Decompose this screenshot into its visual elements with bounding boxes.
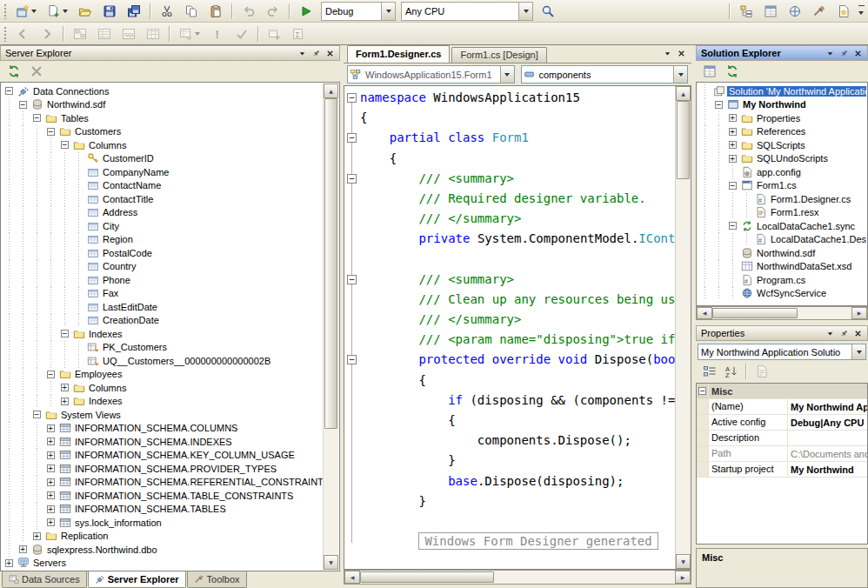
auto-hide-pin-button[interactable] (838, 47, 851, 59)
add-group-by-button[interactable]: Σ (288, 23, 310, 44)
tree-item-postalcode[interactable]: PostalCode (2, 246, 324, 260)
members-combo[interactable]: components (521, 65, 689, 84)
navigate-forward-button[interactable] (36, 23, 58, 44)
scroll-up-button[interactable]: ▲ (676, 86, 691, 101)
tree-item-pk-customers[interactable]: PK_Customers (2, 341, 324, 355)
editor-vertical-scrollbar[interactable]: ▲ ▼ (675, 86, 691, 569)
expand-box-icon[interactable]: + (725, 141, 739, 149)
outline-collapse-box-icon[interactable]: − (347, 174, 357, 184)
toolbox-button[interactable] (808, 1, 831, 22)
auto-hide-pin-button[interactable] (838, 327, 851, 339)
tree-item-information-schema-tables[interactable]: +INFORMATION_SCHEMA.TABLES (2, 503, 324, 517)
tree-item-region[interactable]: Region (2, 233, 324, 247)
scroll-left-button[interactable]: ◀ (344, 571, 360, 584)
collapse-box-icon[interactable]: − (57, 330, 71, 337)
scroll-left-button[interactable]: ◀ (697, 307, 712, 319)
tree-item-system-views[interactable]: −System Views (2, 408, 324, 422)
collapse-box-icon[interactable]: − (43, 371, 57, 378)
show-results-pane-button[interactable] (142, 23, 164, 44)
document-tab-form1-cs-design[interactable]: Form1.cs [Design] (451, 47, 546, 63)
collapse-box-icon[interactable]: − (16, 101, 30, 109)
tree-item-tables[interactable]: −Tables (2, 111, 324, 125)
combo-dropdown-button[interactable] (851, 344, 865, 359)
close-button[interactable] (324, 47, 337, 59)
tree-item-customerid[interactable]: CustomerID (2, 152, 324, 166)
alphabetical-button[interactable]: AZ (721, 363, 741, 381)
tree-item-app-config[interactable]: app.config (698, 165, 866, 179)
find-in-files-button[interactable] (537, 1, 559, 22)
scroll-down-button[interactable]: ▼ (324, 555, 338, 570)
toolbar-overflow-button[interactable] (856, 2, 866, 21)
tree-item-employees[interactable]: −Employees (2, 368, 324, 382)
tree-item-data-connections[interactable]: −Data Connections (2, 84, 324, 98)
add-item-button[interactable] (43, 1, 72, 22)
scroll-thumb[interactable] (324, 98, 337, 429)
collapse-box-icon[interactable]: − (57, 141, 71, 149)
copy-button[interactable] (180, 1, 203, 22)
scroll-down-button[interactable]: ▼ (676, 554, 691, 569)
toolbar-grip[interactable] (3, 3, 7, 19)
types-combo[interactable]: WindowsApplication15.Form1 (347, 65, 515, 84)
tree-item-servers[interactable]: +Servers (2, 557, 324, 571)
scroll-track[interactable] (712, 307, 851, 319)
collapse-box-icon[interactable]: − (30, 114, 43, 122)
new-project-button[interactable] (11, 1, 41, 22)
tree-item-address[interactable]: Address (2, 206, 324, 220)
tree-item-my-northwind[interactable]: −My Northwind (698, 98, 866, 112)
tab-server-explorer[interactable]: Server Explorer (88, 571, 186, 588)
show-sql-pane-button[interactable]: SQL (117, 23, 140, 44)
solution-explorer-horizontal-scrollbar[interactable]: ◀ ▶ (696, 306, 868, 320)
tree-item-columns[interactable]: −Columns (2, 138, 324, 152)
tree-item-information-schema-indexes[interactable]: +INFORMATION_SCHEMA.INDEXES (2, 435, 324, 449)
refresh-button[interactable] (722, 62, 743, 81)
tree-item-program-cs[interactable]: #Program.cs (698, 273, 866, 287)
tree-item-columns[interactable]: +Columns (2, 381, 324, 395)
tree-item-information-schema-key-column-usage[interactable]: +INFORMATION_SCHEMA.KEY_COLUMN_USAGE (2, 449, 324, 463)
tree-item-sqlscripts[interactable]: +SQLScripts (698, 138, 866, 152)
tree-item-companyname[interactable]: CompanyName (2, 165, 324, 179)
property-value[interactable]: My Northwind Application (788, 400, 867, 414)
tree-item-northwind-sdf[interactable]: Northwind.sdf (698, 246, 866, 260)
show-criteria-pane-button[interactable] (93, 23, 116, 44)
code-editor[interactable]: −namespace WindowsApplication15{− partia… (344, 85, 691, 570)
collapse-box-icon[interactable]: − (725, 182, 739, 190)
tab-data-sources[interactable]: Data Sources (2, 571, 87, 588)
scroll-thumb[interactable] (712, 308, 798, 318)
properties-object-combo[interactable]: My Northwind Application Solutio (698, 344, 866, 360)
redo-button[interactable] (262, 1, 284, 22)
collapse-box-icon[interactable]: − (725, 222, 739, 230)
tree-item-localdatacache1-designer-cs[interactable]: #LocalDataCache1.Designer.cs (698, 233, 866, 247)
change-query-type-button[interactable] (175, 23, 204, 44)
scroll-track[interactable] (324, 98, 338, 555)
paste-button[interactable] (204, 1, 227, 22)
tree-item-information-schema-table-constraints[interactable]: +INFORMATION_SCHEMA.TABLE_CONSTRAINTS (2, 489, 324, 503)
execute-query-button[interactable]: ! (206, 23, 229, 44)
server-explorer-vertical-scrollbar[interactable]: ▲ ▼ (323, 84, 338, 570)
navigate-back-button[interactable] (11, 23, 34, 44)
window-position-button[interactable] (824, 47, 837, 59)
solution-platform-combo[interactable]: Any CPU (401, 2, 533, 21)
tree-item-lasteditdate[interactable]: LastEditDate (2, 300, 324, 314)
refresh-button[interactable] (3, 62, 24, 81)
tree-item-indexes[interactable]: −Indexes (2, 327, 324, 341)
scroll-thumb[interactable] (677, 101, 690, 179)
start-debug-button[interactable] (295, 1, 317, 22)
scroll-up-button[interactable]: ▲ (324, 84, 338, 98)
auto-hide-pin-button[interactable] (310, 47, 323, 59)
expand-box-icon[interactable]: + (43, 518, 57, 526)
categorized-button[interactable] (699, 363, 719, 381)
window-position-button[interactable] (824, 327, 837, 339)
properties-window-button[interactable] (759, 1, 782, 22)
tree-item-form1-resx[interactable]: Form1.resx (698, 206, 866, 220)
verify-sql-button[interactable] (230, 23, 253, 44)
scroll-track[interactable] (676, 101, 691, 554)
collapse-box-icon[interactable]: − (2, 87, 16, 95)
tree-item-localdatacache1-sync[interactable]: −LocalDataCache1.sync (698, 219, 866, 233)
scroll-right-button[interactable]: ▶ (851, 307, 867, 319)
collapsed-region[interactable]: Windows Form Designer generated (418, 532, 658, 550)
property-category-row[interactable]: −Misc (697, 384, 867, 399)
close-button[interactable] (851, 327, 865, 339)
expand-box-icon[interactable]: + (43, 478, 57, 486)
tree-item-sqlundoscripts[interactable]: +SQLUndoScripts (698, 152, 866, 166)
expand-box-icon[interactable]: + (43, 451, 57, 459)
